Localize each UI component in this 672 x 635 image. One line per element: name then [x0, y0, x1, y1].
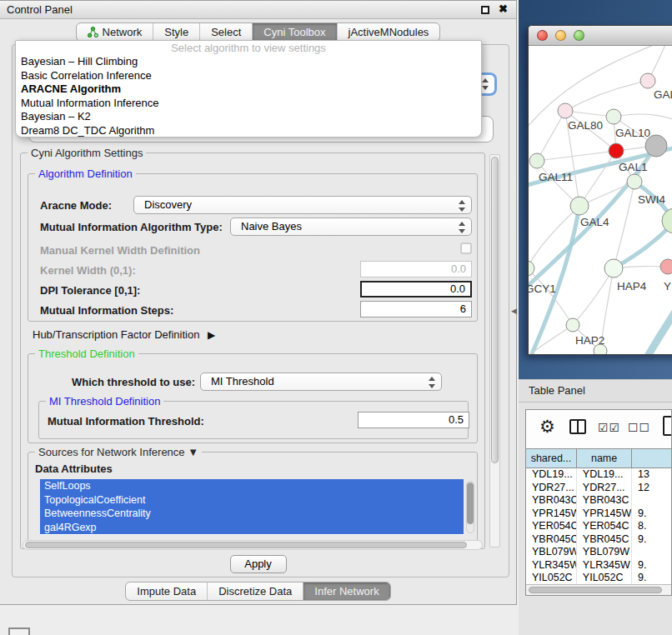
table-row[interactable]: YBR045CYBR045C9.: [526, 533, 671, 547]
node-hap4[interactable]: [604, 259, 623, 278]
table-cell[interactable]: YDR27...: [526, 482, 577, 495]
deselect-all-icon[interactable]: ☐☐: [628, 421, 650, 434]
table-cell[interactable]: YDL19...: [577, 468, 632, 482]
tab-impute-data[interactable]: Impute Data: [126, 582, 208, 600]
node-gray[interactable]: [645, 135, 667, 157]
attribute-list-item[interactable]: gal4RGexp: [40, 521, 464, 535]
collapse-arrow-icon[interactable]: ▼: [188, 446, 198, 458]
column-header-shared-name[interactable]: shared...: [526, 449, 577, 468]
table-cell[interactable]: 8.: [632, 520, 671, 533]
floating-tool-icon[interactable]: [8, 628, 30, 635]
table-row[interactable]: YBL079WYBL079W: [526, 546, 671, 559]
table-row[interactable]: YLR345WYLR345W9.: [526, 559, 671, 572]
node-small-bottom[interactable]: [594, 344, 607, 355]
scrollbar-thumb[interactable]: [467, 482, 474, 524]
algorithm-option[interactable]: Bayesian – K2: [16, 110, 481, 124]
scrollbar-thumb[interactable]: [491, 157, 499, 463]
network-window-titlebar[interactable]: [529, 26, 672, 46]
mi-threshold-field[interactable]: 0.5: [358, 412, 469, 428]
table-cell[interactable]: YIL052C: [526, 572, 577, 585]
column-header-name[interactable]: name: [577, 449, 632, 468]
column-layout-icon[interactable]: [569, 419, 586, 434]
tab-cyni-toolbox[interactable]: Cyni Toolbox: [253, 23, 337, 41]
settings-vertical-scrollbar[interactable]: [489, 154, 500, 548]
tab-select[interactable]: Select: [200, 23, 253, 41]
node-gal80[interactable]: [558, 103, 573, 118]
close-icon[interactable]: ✖: [499, 2, 508, 15]
node-gal10[interactable]: [606, 109, 621, 124]
table-cell[interactable]: YER054C: [526, 520, 577, 533]
table-cell[interactable]: 9.: [632, 533, 671, 547]
network-view-window[interactable]: GALGAL80GAL10GAL1GAL11SWI4GAL4GCY1HAP4YH…: [528, 25, 672, 355]
attributes-list-scrollbar[interactable]: [466, 481, 474, 533]
algorithm-option[interactable]: Bayesian – Hill Climbing: [16, 55, 481, 69]
node-gcy1[interactable]: [529, 261, 534, 276]
table-cell[interactable]: YBR043C: [577, 494, 632, 508]
algorithm-option[interactable]: Mutual Information Inference: [16, 97, 481, 111]
algorithm-option[interactable]: ARACNE Algorithm: [16, 82, 481, 97]
node-swi4[interactable]: [627, 174, 642, 189]
node-gal-pink[interactable]: [640, 73, 655, 88]
table-cell[interactable]: YBR045C: [577, 533, 632, 547]
tab-network[interactable]: Network: [77, 23, 154, 41]
close-traffic-light-icon[interactable]: [537, 30, 548, 41]
tab-infer-network[interactable]: Infer Network: [303, 582, 389, 600]
kernel-width-field[interactable]: 0.0: [360, 261, 472, 278]
mi-steps-field[interactable]: 6: [360, 301, 472, 318]
dpi-tolerance-field[interactable]: 0.0: [360, 281, 472, 298]
table-cell[interactable]: [632, 494, 671, 508]
zoom-traffic-light-icon[interactable]: [574, 30, 584, 41]
table-row[interactable]: YDR27...YDR27...12: [526, 482, 671, 495]
select-all-icon[interactable]: ☑☑: [598, 421, 620, 434]
table-cell[interactable]: YPR145W: [526, 508, 577, 521]
node-big-green[interactable]: [662, 208, 672, 233]
settings-gear-icon[interactable]: ⚙: [539, 417, 555, 437]
table-cell[interactable]: YER054C: [577, 520, 632, 533]
node-gal11[interactable]: [529, 153, 544, 168]
column-header-partial[interactable]: [632, 449, 671, 468]
table-cell[interactable]: 9.: [632, 572, 671, 585]
table-cell[interactable]: YLR345W: [577, 559, 632, 572]
table-row[interactable]: YPR145WYPR145W9.: [526, 508, 671, 521]
table-cell[interactable]: YLR345W: [526, 559, 577, 572]
table-cell[interactable]: YBL079W: [577, 546, 632, 559]
table-cell[interactable]: YIL052C: [577, 572, 632, 585]
table-row[interactable]: YDL19...YDL19...13: [526, 468, 671, 482]
table-cell[interactable]: YDL19...: [526, 468, 577, 482]
new-table-icon[interactable]: [663, 416, 672, 436]
table-cell[interactable]: 13: [632, 468, 671, 482]
table-cell[interactable]: YPR145W: [577, 508, 632, 521]
settings-horizontal-scrollbar[interactable]: [23, 540, 483, 550]
attribute-list-item[interactable]: TopologicalCoefficient: [40, 493, 464, 508]
manual-kernel-checkbox[interactable]: [460, 242, 472, 254]
table-cell[interactable]: YDR27...: [577, 482, 632, 495]
attribute-list-item[interactable]: BetweennessCentrality: [40, 507, 464, 521]
table-row[interactable]: YER054CYER054C8.: [526, 520, 671, 533]
minimize-traffic-light-icon[interactable]: [555, 30, 566, 41]
data-attributes-list[interactable]: SelfLoopsTopologicalCoefficientBetweenne…: [40, 479, 464, 535]
table-cell[interactable]: YBR043C: [526, 494, 577, 508]
hub-definition-expander[interactable]: Hub/Transcription Factor Definition ▶: [33, 328, 215, 341]
which-threshold-combobox[interactable]: MI Threshold: [200, 372, 442, 391]
table-cell[interactable]: [632, 546, 671, 559]
table-row[interactable]: YIL052CYIL052C9.: [526, 572, 671, 585]
table-cell[interactable]: 9.: [632, 559, 671, 572]
table-row[interactable]: YBR043CYBR043C: [526, 494, 671, 508]
node-pink-right[interactable]: [660, 259, 672, 274]
tab-style[interactable]: Style: [153, 23, 200, 41]
attribute-list-item[interactable]: SelfLoops: [40, 479, 464, 493]
float-window-icon[interactable]: [481, 6, 489, 14]
apply-button[interactable]: Apply: [230, 555, 287, 573]
algorithm-option[interactable]: Basic Correlation Inference: [16, 69, 481, 83]
table-cell[interactable]: YBL079W: [526, 546, 577, 559]
table-horizontal-scrollbar[interactable]: [526, 584, 671, 595]
table-cell[interactable]: 9.: [632, 508, 671, 521]
algorithm-option[interactable]: Dream8 DC_TDC Algorithm: [16, 124, 481, 138]
scrollbar-thumb[interactable]: [529, 587, 662, 593]
node-gal4[interactable]: [570, 197, 589, 215]
table-cell[interactable]: 12: [632, 482, 671, 495]
table-cell[interactable]: YBR045C: [526, 533, 577, 547]
network-canvas[interactable]: GALGAL80GAL10GAL1GAL11SWI4GAL4GCY1HAP4YH…: [529, 46, 672, 355]
panel-splitter-arrow-icon[interactable]: ◀: [511, 307, 517, 315]
mi-type-combobox[interactable]: Naive Bayes: [230, 218, 472, 236]
